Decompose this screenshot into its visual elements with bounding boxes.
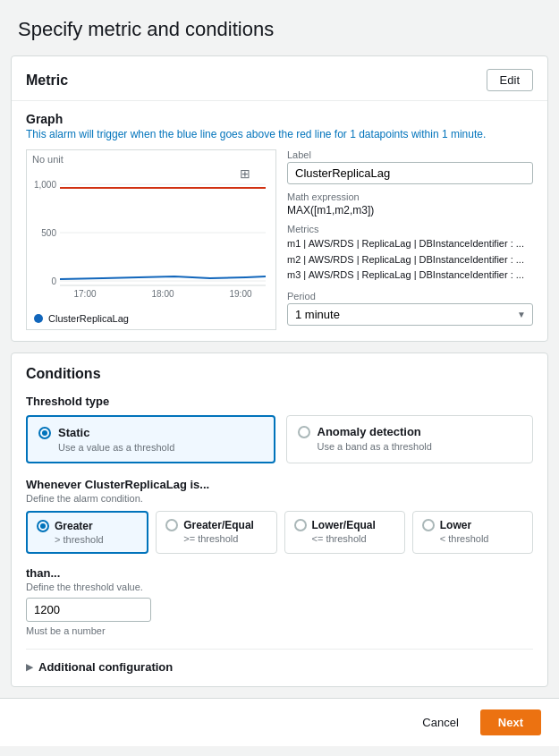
label-field-label: Label bbox=[287, 149, 533, 160]
graph-chart: No unit ⊞ 1,000 500 0 bbox=[26, 149, 276, 330]
condition-lower-equal-desc: <= threshold bbox=[294, 533, 395, 544]
condition-lower-equal-header: Lower/Equal bbox=[294, 519, 395, 531]
than-label: than... bbox=[26, 566, 533, 580]
conditions-title: Conditions bbox=[26, 366, 533, 382]
additional-config-chevron-icon: ▶ bbox=[26, 662, 33, 672]
threshold-static-radio bbox=[38, 427, 51, 439]
svg-text:19:00: 19:00 bbox=[229, 289, 251, 299]
condition-option-greater[interactable]: Greater > threshold bbox=[26, 511, 148, 554]
threshold-anomaly-desc: Use a band as a threshold bbox=[298, 441, 522, 452]
conditions-card: Conditions Threshold type Static Use a v… bbox=[11, 353, 548, 687]
math-expression-label: Math expression bbox=[287, 191, 533, 202]
condition-greater-radio bbox=[37, 520, 49, 532]
whenever-sublabel: Define the alarm condition. bbox=[26, 493, 533, 504]
conditions-section: Conditions Threshold type Static Use a v… bbox=[12, 353, 547, 686]
condition-greater-desc: > threshold bbox=[37, 534, 138, 545]
threshold-option-static[interactable]: Static Use a value as a threshold bbox=[26, 415, 275, 463]
period-label: Period bbox=[287, 291, 533, 302]
threshold-anomaly-title: Anomaly detection bbox=[318, 425, 421, 438]
condition-option-lower[interactable]: Lower < threshold bbox=[412, 511, 533, 554]
chart-area: No unit ⊞ 1,000 500 0 bbox=[26, 149, 276, 330]
condition-lower-desc: < threshold bbox=[422, 533, 523, 544]
condition-lower-title: Lower bbox=[440, 519, 471, 531]
svg-text:0: 0 bbox=[51, 276, 56, 286]
graph-subtitle: This alarm will trigger when the blue li… bbox=[26, 128, 533, 140]
graph-section: Graph This alarm will trigger when the b… bbox=[12, 101, 547, 341]
chart-legend: ClusterReplicaLag bbox=[27, 311, 275, 329]
condition-lower-equal-title: Lower/Equal bbox=[312, 519, 376, 531]
condition-greater-title: Greater bbox=[55, 520, 93, 532]
than-sublabel: Define the threshold value. bbox=[26, 582, 533, 592]
period-select[interactable]: 1 minute 5 minutes 15 minutes 1 hour bbox=[287, 303, 533, 326]
threshold-hint: Must be a number bbox=[26, 625, 533, 636]
threshold-option-anomaly[interactable]: Anomaly detection Use a band as a thresh… bbox=[286, 415, 534, 463]
metric-card: Metric Edit Graph This alarm will trigge… bbox=[11, 55, 548, 342]
graph-details: Label Math expression MAX([m1,m2,m3]) Me… bbox=[287, 149, 533, 330]
no-unit-label: No unit bbox=[27, 150, 275, 165]
condition-option-lower-equal[interactable]: Lower/Equal <= threshold bbox=[284, 511, 405, 554]
whenever-label: Whenever ClusterReplicaLag is... bbox=[26, 478, 533, 491]
math-expression-value: MAX([m1,m2,m3]) bbox=[287, 204, 533, 217]
svg-text:1,000: 1,000 bbox=[34, 180, 56, 190]
svg-text:18:00: 18:00 bbox=[151, 289, 174, 299]
condition-options: Greater > threshold Greater/Equal >= thr… bbox=[26, 511, 533, 554]
threshold-option-anomaly-header: Anomaly detection bbox=[298, 425, 522, 438]
graph-label: Graph bbox=[26, 112, 533, 126]
condition-greater-equal-radio bbox=[165, 519, 178, 531]
graph-content: No unit ⊞ 1,000 500 0 bbox=[26, 149, 533, 330]
threshold-type-label: Threshold type bbox=[26, 395, 533, 408]
svg-text:500: 500 bbox=[41, 228, 56, 238]
metric-item-3: m3 | AWS/RDS | ReplicaLag | DBInstanceId… bbox=[287, 268, 533, 284]
legend-label: ClusterReplicaLag bbox=[48, 313, 129, 324]
chart-svg: 1,000 500 0 17:00 18:00 bbox=[31, 165, 271, 308]
additional-config: ▶ Additional configuration bbox=[26, 649, 533, 674]
condition-greater-equal-header: Greater/Equal bbox=[165, 519, 267, 531]
metric-item-1: m1 | AWS/RDS | ReplicaLag | DBInstanceId… bbox=[287, 236, 533, 252]
condition-option-greater-equal[interactable]: Greater/Equal >= threshold bbox=[156, 511, 276, 554]
condition-lower-equal-radio bbox=[294, 519, 307, 531]
condition-lower-radio bbox=[422, 519, 435, 531]
threshold-static-desc: Use a value as a threshold bbox=[38, 442, 263, 453]
footer: Cancel Next bbox=[0, 698, 559, 746]
threshold-anomaly-radio bbox=[298, 426, 310, 438]
period-select-wrapper: 1 minute 5 minutes 15 minutes 1 hour bbox=[287, 303, 533, 326]
page-title: Specify metric and conditions bbox=[0, 0, 559, 55]
threshold-options: Static Use a value as a threshold Anomal… bbox=[26, 415, 533, 463]
threshold-static-title: Static bbox=[58, 426, 89, 439]
condition-lower-header: Lower bbox=[422, 519, 523, 531]
condition-greater-equal-desc: >= threshold bbox=[165, 533, 267, 544]
edit-button[interactable]: Edit bbox=[487, 69, 533, 91]
additional-config-label: Additional configuration bbox=[38, 660, 173, 674]
threshold-value-input[interactable] bbox=[26, 598, 151, 622]
cancel-button[interactable]: Cancel bbox=[410, 710, 470, 735]
expand-chart-icon[interactable]: ⊞ bbox=[240, 166, 250, 181]
svg-text:17:00: 17:00 bbox=[73, 289, 96, 299]
next-button[interactable]: Next bbox=[480, 709, 541, 735]
label-field-input[interactable] bbox=[287, 162, 533, 184]
metrics-label: Metrics bbox=[287, 224, 533, 234]
metric-card-header: Metric Edit bbox=[12, 56, 547, 101]
legend-dot bbox=[34, 314, 43, 323]
condition-greater-header: Greater bbox=[37, 520, 138, 532]
condition-greater-equal-title: Greater/Equal bbox=[183, 519, 254, 531]
metrics-list: m1 | AWS/RDS | ReplicaLag | DBInstanceId… bbox=[287, 236, 533, 284]
additional-config-toggle[interactable]: ▶ Additional configuration bbox=[26, 660, 533, 674]
threshold-option-static-header: Static bbox=[38, 426, 263, 439]
metric-item-2: m2 | AWS/RDS | ReplicaLag | DBInstanceId… bbox=[287, 252, 533, 268]
metric-card-title: Metric bbox=[26, 72, 68, 89]
